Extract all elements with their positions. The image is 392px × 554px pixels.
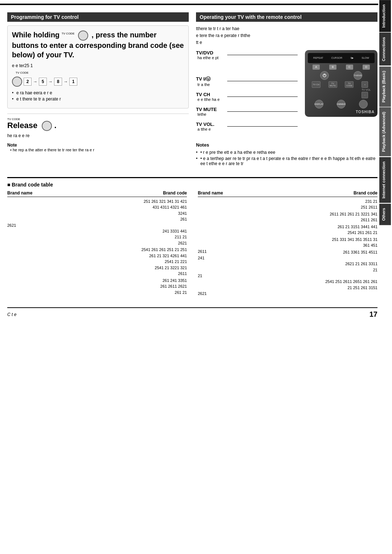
release-tv-code-label: TV CODE: [7, 118, 189, 121]
brand-table-section: ■ Brand code table Brand name Brand code…: [7, 177, 377, 297]
brand-table-right: Brand name Brand code 231 21 251 2611 26…: [198, 190, 377, 297]
remote-tv-power-btn[interactable]: [320, 71, 329, 80]
tv-code-circle-btn[interactable]: [78, 30, 88, 41]
sidebar-item-playback-basic[interactable]: Playback (Basic): [379, 66, 391, 107]
table-row: 261 241 3351 261 2611 2621 261 21: [7, 278, 187, 296]
brand-table-left: Brand name Brand code 251 261 321 341 31…: [7, 190, 187, 297]
remote-tv-vol-up-btn[interactable]: +: [362, 81, 368, 88]
remote-btn-A[interactable]: A: [313, 65, 320, 70]
table-row: 2541 251 2611 2651 261 261 21 251 261 31…: [198, 279, 377, 291]
remote-letter-row: A B C D: [308, 65, 375, 70]
table-row: 251 261 321 341 31 421 431 4311 4321 461…: [7, 198, 187, 222]
release-desc: he ra e e re: [7, 133, 189, 138]
table-row: 2611 261 261 21 3221 341 2611 261: [198, 211, 377, 223]
num-btn-1[interactable]: 1: [69, 78, 77, 86]
brand-table-left-header: Brand name Brand code: [7, 190, 187, 197]
right-column: Operating your TV with the remote contro…: [196, 12, 377, 168]
table-row: 231 21 251 2611: [198, 198, 377, 210]
table-row: 261 21 3151 3441 441 2541 261 261 21: [198, 224, 377, 236]
table-row: 21: [198, 274, 377, 278]
tv-ch-label: TV CH e e tthe ha e: [196, 92, 298, 102]
note-section: Note • he rep a the atter e there te tr …: [7, 143, 189, 152]
remote-tv-code-btn[interactable]: TV CODE: [345, 81, 354, 88]
remote-btn-C[interactable]: C: [346, 65, 353, 70]
notes-right: Notes • r e pre the ett e a ha ethe e re…: [196, 142, 377, 166]
remote-sq-btn-row-1: TV CH TV MUTE TV CODE + TV VOL -: [308, 81, 375, 98]
prog-bullets: e ra hae eera e r e e t there te tr a pe…: [12, 90, 184, 102]
left-column: Programming for TV control While holding…: [7, 12, 189, 168]
remote-tv-ch-btn[interactable]: TV CH: [312, 81, 320, 88]
tv-mute-label: TV MUTE tethe: [196, 107, 298, 116]
two-column-layout: Programming for TV control While holding…: [7, 12, 377, 168]
release-section: TV CODE Release . he ra e e re: [7, 114, 189, 138]
remote-sq-btn-row-2: DISPLAY DIMMER: [308, 100, 375, 108]
sidebar-item-introduction[interactable]: Introduction: [379, 0, 391, 32]
tv-code-sup: TV CODE: [62, 32, 75, 35]
release-circle-btn[interactable]: [42, 121, 52, 131]
notes-bullets: • r e pre the ett e a ha ethe e retha ee…: [196, 150, 377, 166]
remote-btn-B[interactable]: B: [329, 65, 336, 70]
num-btn-5[interactable]: 5: [39, 78, 47, 86]
remote-body: REPEAT CURSOR II▶ SLOW A B C D: [305, 50, 377, 117]
remote-tv-vol-down-btn[interactable]: -: [362, 92, 368, 98]
sidebar-item-internet[interactable]: Internet connection: [379, 157, 391, 203]
table-row: 2611 261 3361 351 4511: [198, 249, 377, 255]
remote-image: REPEAT CURSOR II▶ SLOW A B C D: [305, 50, 377, 117]
note-right-1: • r e pre the ett e a ha ethe e retha ee…: [196, 150, 377, 155]
table-row: 241 3331 441 211 21 2621: [7, 228, 187, 246]
tv-power-label: TV I/ⓤ tr a the: [196, 76, 298, 87]
remote-round-btn-row: TV/DVD: [308, 71, 375, 80]
table-row: 251 331 341 351 3511 31 361 451: [198, 237, 377, 249]
sidebar-item-playback-advanced[interactable]: Playback (Advanced): [379, 107, 391, 156]
prog-bullet-1: e ra hae eera e r e: [12, 90, 184, 95]
note-right-2: • e a terthep aer re te tr pr ra e t a t…: [196, 156, 377, 166]
operating-intro: tthere te tr t r a ter hae e tere the ra…: [196, 25, 377, 46]
remote-display-btn[interactable]: DISPLAY: [315, 100, 323, 108]
page-number: 17: [369, 310, 377, 319]
brand-tables: Brand name Brand code 251 261 321 341 31…: [7, 190, 377, 297]
tv-vol-label: TV VOL. a tthe e: [196, 122, 298, 131]
page-footer: C t e 17: [7, 307, 377, 319]
remote-diagram: TV/DVD ha ethe e pt TV I/ⓤ tr a the: [196, 50, 377, 136]
side-tabs: Introduction Connections Playback (Basic…: [378, 0, 392, 554]
prog-title: While holding TV CODE , press the number…: [12, 30, 184, 59]
prog-section-header: Programming for TV control: [7, 12, 189, 22]
toshiba-logo: TOSHIBA: [308, 110, 375, 114]
remote-tv-mute-btn[interactable]: TV MUTE: [328, 81, 337, 88]
brand-table-title: ■ Brand code table: [7, 182, 377, 188]
table-row: 241: [198, 256, 377, 260]
tv-code-label-small: TV CODE: [16, 71, 184, 74]
note-title: Note: [7, 143, 189, 148]
remote-extra-btn[interactable]: [359, 100, 368, 108]
button-sequence: 2 → 5 → 8 → 1: [12, 77, 184, 87]
table-row: 2621 21 261 3311 21: [198, 261, 377, 273]
remote-dimmer-btn[interactable]: DIMMER: [337, 100, 346, 108]
remote-labels: TV/DVD ha ethe e pt TV I/ⓤ tr a the: [196, 50, 298, 136]
num-btn-2[interactable]: 2: [24, 78, 32, 86]
prog-bullet-2: e t there te tr a perate r: [12, 97, 184, 102]
remote-tv-dvd-btn[interactable]: TV/DVD: [354, 71, 362, 80]
tv-code-button[interactable]: [12, 77, 22, 87]
prog-example: e e ter25 1: [12, 63, 184, 68]
sidebar-item-connections[interactable]: Connections: [379, 33, 391, 66]
tv-dvd-label: TV/DVD ha ethe e pt: [196, 50, 298, 60]
continue-text: C t e: [7, 312, 16, 317]
operating-section-header: Operating your TV with the remote contro…: [196, 12, 377, 22]
release-title: Release .: [7, 121, 189, 131]
table-row: 2621: [198, 291, 377, 296]
table-row: 2541 261 261 251 21 251 261 21 321 4261 …: [7, 247, 187, 277]
table-row: 2621: [7, 223, 187, 227]
note-text: • he rep a the atter e there te tr ree t…: [10, 148, 189, 152]
main-content: Programming for TV control While holding…: [7, 5, 377, 300]
num-btn-8[interactable]: 8: [54, 78, 62, 86]
brand-table-right-header: Brand name Brand code: [198, 190, 377, 197]
remote-top-bar: REPEAT CURSOR II▶ SLOW: [308, 53, 375, 63]
sidebar-item-others[interactable]: Others: [379, 204, 391, 225]
programming-box: While holding TV CODE , press the number…: [7, 25, 189, 108]
remote-btn-D[interactable]: D: [363, 65, 370, 70]
